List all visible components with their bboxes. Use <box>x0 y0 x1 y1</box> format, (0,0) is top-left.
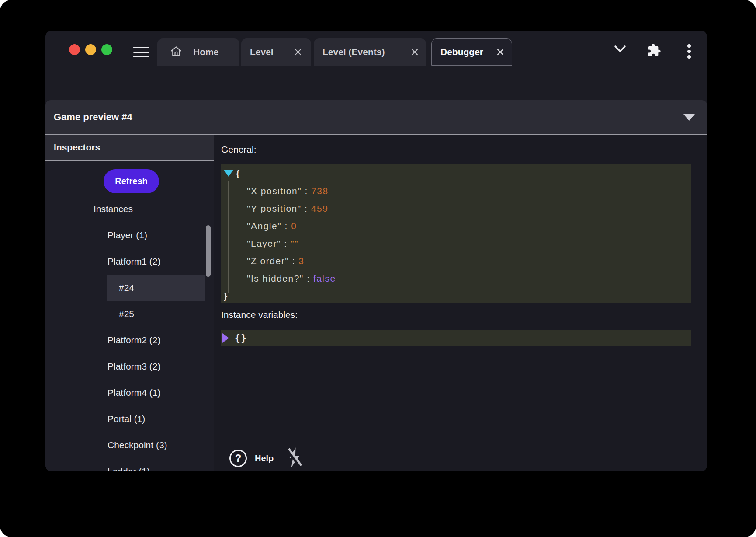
json-property-row: "Is hidden?" : false <box>221 270 691 287</box>
tree-item-platform1[interactable]: Platform1 (2) <box>45 248 214 275</box>
window-close-button[interactable] <box>69 44 80 55</box>
tree-item-platform3[interactable]: Platform3 (2) <box>45 353 214 380</box>
json-value: 3 <box>298 256 304 266</box>
tree-item-ladder[interactable]: Ladder (1) <box>45 458 214 471</box>
tree-item-platform2[interactable]: Platform2 (2) <box>45 327 214 353</box>
json-property-row: "Y position" : 459 <box>221 200 691 217</box>
gdevelop-window: Home Level Level (Events) Debugger <box>45 31 707 471</box>
window-minimize-button[interactable] <box>85 44 96 55</box>
tab-bar: Home Level Level (Events) Debugger <box>45 31 707 66</box>
tree-item-instances[interactable]: Instances <box>45 196 214 222</box>
tree-item-instance-25[interactable]: #25 <box>45 301 214 327</box>
close-icon[interactable] <box>496 48 505 56</box>
json-value: 459 <box>311 203 329 213</box>
flash-off-icon[interactable] <box>285 446 303 470</box>
close-icon[interactable] <box>410 48 419 56</box>
general-section-label: General: <box>221 144 257 155</box>
json-property-row: "Angle" : 0 <box>221 217 691 235</box>
tab-label: Level <box>250 47 274 57</box>
json-value: 738 <box>311 186 329 196</box>
tab-home[interactable]: Home <box>157 38 239 66</box>
tree-item-portal[interactable]: Portal (1) <box>45 406 214 432</box>
game-preview-header[interactable]: Game preview #4 <box>45 100 707 135</box>
extensions-puzzle-icon[interactable] <box>647 43 661 59</box>
help-button[interactable]: ? Help <box>229 450 274 467</box>
json-property-row: "Z order" : 3 <box>221 252 691 270</box>
tab-label: Home <box>193 47 218 57</box>
instance-variables-viewer: {} <box>221 330 691 346</box>
tab-level-events[interactable]: Level (Events) <box>314 38 426 66</box>
question-mark-icon: ? <box>229 450 247 467</box>
inspectors-header: Inspectors <box>45 135 214 161</box>
instance-variables-label: Instance variables: <box>221 310 298 320</box>
main-menu-icon[interactable] <box>133 47 149 58</box>
tree-item-checkpoint[interactable]: Checkpoint (3) <box>45 432 214 458</box>
chevron-down-icon[interactable] <box>614 45 626 55</box>
debugger-toolbar: Pause <box>45 66 707 100</box>
more-options-kebab-icon[interactable] <box>687 44 691 61</box>
inspectors-sidebar: Inspectors Refresh Instances Player (1) … <box>45 135 214 471</box>
json-property-row: "Layer" : "" <box>221 235 691 252</box>
instances-tree: Instances Player (1) Platform1 (2) #24 #… <box>45 196 214 471</box>
json-open-brace: { <box>221 165 691 182</box>
tree-item-instance-24[interactable]: #24 <box>45 275 214 301</box>
json-value: "" <box>291 238 298 248</box>
footer-actions: ? Help <box>229 448 303 469</box>
help-label: Help <box>255 453 274 464</box>
close-icon[interactable] <box>294 48 302 56</box>
tree-item-platform4[interactable]: Platform4 (1) <box>45 380 214 406</box>
dropdown-caret-icon[interactable] <box>683 114 695 121</box>
tab-label: Debugger <box>440 47 483 57</box>
tab-label: Level (Events) <box>323 47 385 57</box>
game-preview-title: Game preview #4 <box>54 100 132 134</box>
tree-item-player[interactable]: Player (1) <box>45 222 214 248</box>
sidebar-scrollbar-thumb[interactable] <box>206 225 211 277</box>
home-icon <box>170 45 183 60</box>
json-value: 0 <box>291 221 297 231</box>
refresh-button[interactable]: Refresh <box>104 169 159 193</box>
json-close-brace: } <box>221 287 691 305</box>
window-zoom-button[interactable] <box>101 44 112 55</box>
tab-level[interactable]: Level <box>241 38 311 66</box>
instance-variables-value: {} <box>235 330 247 346</box>
json-value: false <box>313 273 336 283</box>
json-property-row: "X position" : 738 <box>221 182 691 200</box>
inspectors-title: Inspectors <box>54 135 214 160</box>
screen-background: Home Level Level (Events) Debugger <box>0 0 756 537</box>
general-json-viewer: { "X position" : 738 "Y position" : 459 … <box>221 164 691 303</box>
expand-caret-icon[interactable] <box>222 333 229 343</box>
inspector-detail-panel: General: { "X position" : 738 "Y positio… <box>214 135 707 471</box>
tab-debugger[interactable]: Debugger <box>431 38 512 66</box>
